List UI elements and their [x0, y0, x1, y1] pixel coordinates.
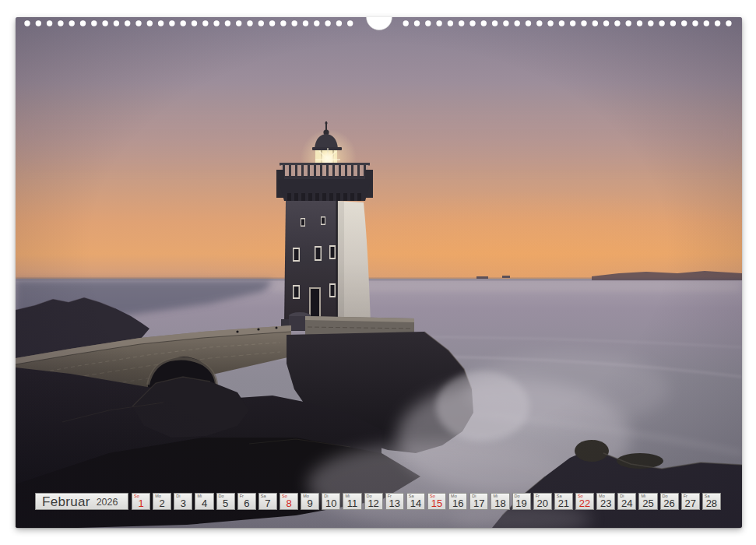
day-number: 14	[407, 498, 424, 508]
day-number: 25	[639, 498, 656, 508]
calendar-day-cell: Di3	[174, 493, 192, 510]
weekday-abbreviation: Sa	[409, 494, 414, 499]
calendar-day-cell: Do5	[216, 493, 235, 510]
weekday-abbreviation: Fr	[684, 494, 687, 499]
weekday-abbreviation: Mo	[155, 494, 161, 499]
weekday-abbreviation: Mi	[197, 494, 202, 499]
day-number: 5	[217, 498, 234, 508]
calendar-day-cell: Fr13	[385, 493, 404, 510]
weekday-abbreviation: Di	[620, 494, 624, 499]
day-number: 1	[132, 498, 149, 508]
day-number: 13	[386, 498, 403, 508]
weekday-abbreviation: Do	[515, 494, 520, 499]
weekday-abbreviation: Sa	[705, 494, 710, 499]
calendar-day-cell: Fr6	[237, 493, 256, 510]
day-number: 2	[153, 498, 171, 508]
calendar-sheet: Februar 2026 So1Mo2Di3Mi4Do5Fr6Sa7So8Mo9…	[16, 17, 742, 528]
weekday-abbreviation: Fr	[536, 494, 540, 499]
weekday-abbreviation: Mo	[451, 494, 457, 499]
day-number: 9	[301, 498, 318, 508]
weekday-abbreviation: Di	[176, 494, 180, 499]
day-number: 12	[365, 498, 382, 508]
vignette	[16, 17, 742, 528]
day-number: 16	[449, 498, 466, 508]
calendar-day-cell: Di17	[469, 493, 488, 510]
calendar-day-cell: Fr27	[681, 493, 700, 510]
weekday-abbreviation: Do	[219, 494, 224, 499]
calendar-product-image: Februar 2026 So1Mo2Di3Mi4Do5Fr6Sa7So8Mo9…	[0, 0, 756, 545]
weekday-abbreviation: Fr	[388, 494, 392, 499]
calendar-day-cell: So22	[575, 493, 594, 510]
date-strip: Februar 2026 So1Mo2Di3Mi4Do5Fr6Sa7So8Mo9…	[16, 493, 742, 510]
day-number: 8	[280, 498, 297, 508]
weekday-abbreviation: So	[134, 494, 139, 499]
calendar-day-cell: Mi4	[195, 493, 213, 510]
weekday-abbreviation: So	[578, 494, 583, 499]
day-number: 26	[661, 498, 678, 508]
day-number: 6	[238, 498, 255, 508]
calendar-day-cell: Sa21	[554, 493, 573, 510]
weekday-abbreviation: Mi	[345, 494, 350, 499]
weekday-abbreviation: Mo	[303, 494, 309, 499]
day-number: 22	[576, 498, 593, 508]
year-label: 2026	[97, 498, 118, 508]
calendar-day-cell: Fr20	[533, 493, 552, 510]
day-number: 4	[195, 498, 213, 508]
calendar-day-cell: Mi25	[638, 493, 657, 510]
calendar-day-cell: Do12	[364, 493, 383, 510]
calendar-day-cell: So1	[132, 493, 150, 510]
weekday-abbreviation: So	[282, 494, 287, 499]
calendar-day-cell: Di24	[617, 493, 636, 510]
day-number: 11	[343, 498, 360, 508]
day-number: 23	[597, 498, 614, 508]
calendar-day-cell: Di10	[322, 493, 340, 510]
calendar-day-cell: Mi11	[343, 493, 361, 510]
weekday-abbreviation: Di	[324, 494, 328, 499]
weekday-abbreviation: So	[430, 494, 435, 499]
calendar-day-cell: Do19	[512, 493, 531, 510]
calendar-day-cell: So8	[280, 493, 298, 510]
calendar-day-cell: Sa28	[702, 493, 721, 510]
lighthouse-photo	[16, 17, 742, 528]
weekday-abbreviation: Fr	[240, 494, 244, 499]
weekday-abbreviation: Di	[472, 494, 476, 499]
day-number: 19	[513, 498, 530, 508]
day-number: 7	[259, 498, 276, 508]
day-number: 15	[428, 498, 445, 508]
calendar-day-cell: Mo16	[448, 493, 467, 510]
weekday-abbreviation: Mi	[493, 494, 498, 499]
weekday-abbreviation: Sa	[557, 494, 562, 499]
day-number: 3	[174, 498, 192, 508]
calendar-day-cell: Sa7	[258, 493, 277, 510]
weekday-abbreviation: Mo	[599, 494, 605, 499]
calendar-day-cell: Do26	[660, 493, 679, 510]
calendar-day-cell: So15	[427, 493, 446, 510]
weekday-abbreviation: Mi	[641, 494, 645, 499]
day-strip: So1Mo2Di3Mi4Do5Fr6Sa7So8Mo9Di10Mi11Do12F…	[132, 493, 721, 510]
weekday-abbreviation: Sa	[261, 494, 266, 499]
calendar-day-cell: Mo2	[153, 493, 171, 510]
calendar-day-cell: Mi18	[491, 493, 509, 510]
weekday-abbreviation: Do	[663, 494, 668, 499]
weekday-abbreviation: Do	[367, 494, 372, 499]
day-number: 21	[555, 498, 572, 508]
calendar-day-cell: Mo9	[301, 493, 319, 510]
month-name: Februar	[42, 495, 90, 508]
day-number: 17	[470, 498, 487, 508]
day-number: 10	[322, 498, 339, 508]
calendar-day-cell: Sa14	[406, 493, 425, 510]
day-number: 27	[682, 498, 699, 508]
calendar-day-cell: Mo23	[596, 493, 615, 510]
day-number: 28	[703, 498, 720, 508]
day-number: 18	[491, 498, 508, 508]
month-label-box: Februar 2026	[35, 493, 128, 510]
day-number: 20	[534, 498, 551, 508]
day-number: 24	[618, 498, 635, 508]
